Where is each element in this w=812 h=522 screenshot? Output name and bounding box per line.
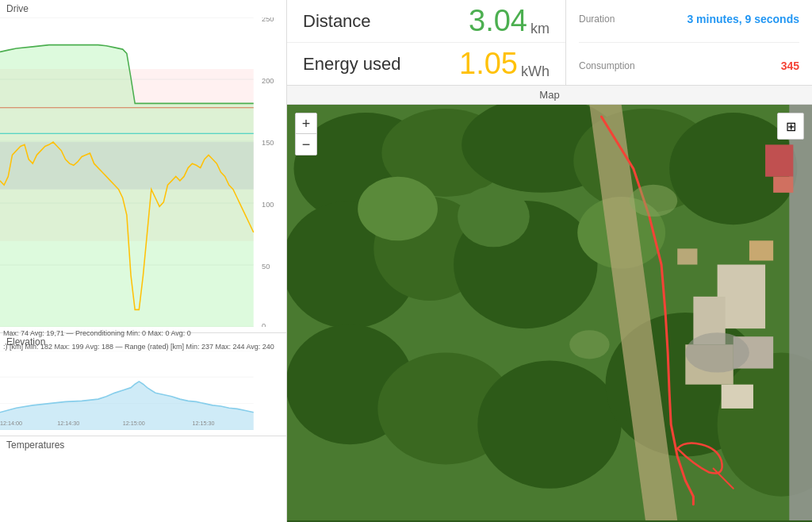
left-panel: Drive 250 bbox=[0, 0, 287, 522]
elevation-chart-svg: 12:14:00 12:14:30 12:15:00 12:15:30 bbox=[0, 351, 286, 430]
stats-row: Distance 3.04 km Energy used 1.05 kWh Du… bbox=[287, 0, 812, 86]
svg-point-41 bbox=[477, 360, 621, 488]
svg-rect-53 bbox=[749, 240, 773, 260]
consumption-label: Consumption bbox=[579, 60, 635, 71]
distance-row: Distance 3.04 km bbox=[287, 0, 565, 43]
layers-icon: ⊞ bbox=[786, 119, 796, 134]
svg-text:12:14:30: 12:14:30 bbox=[57, 420, 79, 427]
distance-label: Distance bbox=[303, 11, 371, 32]
zoom-out-button[interactable]: − bbox=[296, 134, 316, 155]
elevation-title: Elevation bbox=[0, 333, 286, 351]
map-zoom-controls[interactable]: + − bbox=[295, 113, 317, 155]
svg-text:12:15:00: 12:15:00 bbox=[123, 420, 145, 427]
map-title: Map bbox=[287, 86, 812, 105]
svg-point-44 bbox=[358, 177, 438, 241]
svg-text:50: 50 bbox=[262, 262, 270, 271]
zoom-in-button[interactable]: + bbox=[296, 113, 316, 134]
duration-row: Duration 3 minutes, 9 seconds bbox=[579, 13, 799, 25]
duration-label: Duration bbox=[579, 13, 615, 25]
duration-value: 3 minutes, 9 seconds bbox=[687, 13, 799, 25]
svg-text:0: 0 bbox=[262, 321, 266, 327]
svg-point-45 bbox=[458, 186, 530, 248]
temperatures-section: Temperatures bbox=[0, 436, 286, 522]
consumption-value: 345 bbox=[781, 59, 799, 72]
drive-section: Drive 250 bbox=[0, 0, 286, 333]
elevation-section: Elevation 12:14:00 12:14:30 12:15:00 12:… bbox=[0, 333, 286, 436]
svg-rect-56 bbox=[765, 144, 793, 176]
svg-point-58 bbox=[630, 185, 677, 217]
svg-point-55 bbox=[685, 332, 749, 372]
consumption-row: Consumption 345 bbox=[579, 59, 799, 72]
map-svg bbox=[287, 105, 812, 520]
energy-unit: kWh bbox=[521, 63, 550, 80]
distance-value: 3.04 bbox=[469, 4, 527, 38]
svg-text:12:15:30: 12:15:30 bbox=[192, 420, 214, 427]
right-panel: Distance 3.04 km Energy used 1.05 kWh Du… bbox=[287, 0, 812, 522]
svg-rect-54 bbox=[677, 248, 697, 264]
energy-row: Energy used 1.05 kWh bbox=[287, 43, 565, 85]
map-section: Map bbox=[287, 86, 812, 522]
drive-title: Drive bbox=[0, 0, 286, 17]
right-stats: Duration 3 minutes, 9 seconds Consumptio… bbox=[566, 0, 812, 85]
svg-text:200: 200 bbox=[262, 76, 274, 85]
svg-text:12:14:00: 12:14:00 bbox=[0, 420, 22, 427]
drive-chart-area: 250 200 150 100 50 0 12:14:00 12:14:30 1… bbox=[0, 17, 286, 327]
svg-text:100: 100 bbox=[262, 200, 274, 209]
svg-text:250: 250 bbox=[262, 17, 274, 23]
left-stats: Distance 3.04 km Energy used 1.05 kWh bbox=[287, 0, 566, 85]
temperatures-title: Temperatures bbox=[0, 436, 286, 454]
distance-unit: km bbox=[530, 21, 550, 37]
map-layers-button[interactable]: ⊞ bbox=[777, 113, 804, 140]
map-container[interactable]: + − ⊞ bbox=[287, 105, 812, 520]
energy-label: Energy used bbox=[303, 54, 401, 75]
svg-rect-57 bbox=[773, 177, 793, 193]
svg-point-59 bbox=[569, 330, 609, 359]
drive-chart-svg: 250 200 150 100 50 0 12:14:00 12:14:30 1… bbox=[0, 17, 286, 327]
svg-text:150: 150 bbox=[262, 138, 274, 147]
svg-rect-52 bbox=[722, 385, 753, 409]
energy-value: 1.05 bbox=[459, 47, 518, 81]
